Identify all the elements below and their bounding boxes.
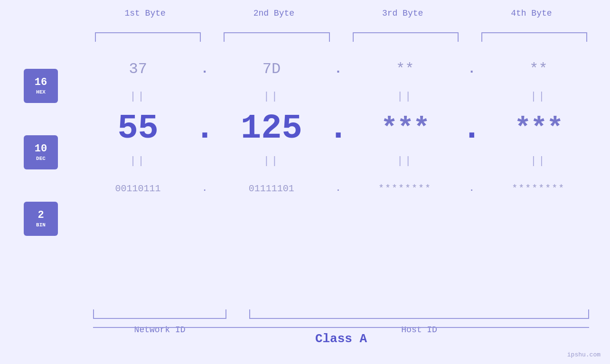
network-bracket [93,309,226,319]
dec-dot-1: . [195,109,214,148]
dec-dot-3-sym: . [461,109,482,148]
bin-b1-cell: 00110111 [81,183,195,194]
eq2-b2: || [214,155,328,167]
dec-row: 55 . 125 . *** . *** [81,105,596,152]
byte-header-3: 3rd Byte [338,9,467,18]
dec-num: 10 [35,143,47,155]
hex-badge: 16 HEX [24,69,58,103]
hex-b3-value: ** [396,60,414,78]
bin-dot-3: . [462,184,481,193]
content-grid: 37 . 7D . ** . ** || || || || [81,50,596,312]
bin-b2-cell: 01111101 [214,183,328,194]
eq1-b2: || [214,91,328,103]
dec-label: DEC [36,156,46,162]
bracket-b3 [353,32,459,42]
base-labels: 16 HEX 10 DEC 2 BIN [24,69,58,236]
byte-header-1: 1st Byte [81,9,209,18]
class-line [93,327,589,328]
bin-b1-value: 00110111 [115,183,161,194]
hex-dot-2: . [329,62,348,76]
hex-label: HEX [36,89,46,95]
bin-b3-cell: ******** [348,183,462,194]
dec-badge: 10 DEC [24,135,58,169]
dec-b3-cell: *** [348,112,462,145]
hex-b2-cell: 7D [214,60,328,78]
bin-b3-value: ******** [378,183,432,194]
byte-header-2: 2nd Byte [209,9,338,18]
dec-b3-value: *** [381,112,429,145]
bin-row: 00110111 . 01111101 . ******** . *******… [81,169,596,207]
bin-dot-3-sym: . [469,184,474,193]
hex-b4-value: ** [529,60,547,78]
hex-row: 37 . 7D . ** . ** [81,50,596,88]
bin-badge: 2 BIN [24,202,58,236]
eq2-b3: || [348,155,462,167]
hex-dot-1: . [195,62,214,76]
class-section: Class A [93,327,589,346]
main-container: 1st Byte 2nd Byte 3rd Byte 4th Byte 16 H… [0,0,610,364]
bin-b2-value: 01111101 [249,183,294,194]
dec-dot-3: . [462,109,481,148]
equals-row-1: || || || || [81,88,596,105]
watermark: ipshu.com [567,351,601,358]
bin-b4-value: ******** [512,183,565,194]
eq1-b3: || [348,91,462,103]
bottom-brackets [93,309,589,319]
hex-b1-value: 37 [129,60,147,78]
eq1-b4: || [481,91,596,103]
bin-num: 2 [38,209,44,222]
bracket-b2 [224,32,329,42]
hex-b4-cell: ** [481,60,596,78]
hex-dot-3: . [462,62,481,76]
host-bracket [249,309,589,319]
bin-dot-1-sym: . [202,184,207,193]
eq2-b1: || [81,155,195,167]
byte-header-4: 4th Byte [467,9,596,18]
hex-b2-value: 7D [263,60,281,78]
bin-dot-2: . [329,184,348,193]
dec-dot-1-sym: . [195,109,215,148]
bin-dot-2-sym: . [336,184,341,193]
bin-label: BIN [36,222,46,228]
hex-b3-cell: ** [348,60,462,78]
eq1-b1: || [81,91,195,103]
hex-num: 16 [35,76,47,89]
top-brackets [93,32,589,42]
dec-b2-value: 125 [241,109,302,148]
byte-headers: 1st Byte 2nd Byte 3rd Byte 4th Byte [81,9,596,18]
dec-b1-cell: 55 [81,109,195,148]
dec-b2-cell: 125 [214,109,328,148]
hex-b1-cell: 37 [81,60,195,78]
equals-row-2: || || || || [81,152,596,169]
bracket-b1 [95,32,201,42]
dec-dot-2: . [329,109,348,148]
dec-b1-value: 55 [117,109,158,148]
eq2-b4: || [481,155,596,167]
class-label: Class A [315,332,367,346]
dec-b4-cell: *** [481,112,596,145]
bracket-b4 [481,32,587,42]
bin-b4-cell: ******** [481,183,596,194]
dec-dot-2-sym: . [328,109,348,148]
bin-dot-1: . [195,184,214,193]
dec-b4-value: *** [514,112,563,145]
